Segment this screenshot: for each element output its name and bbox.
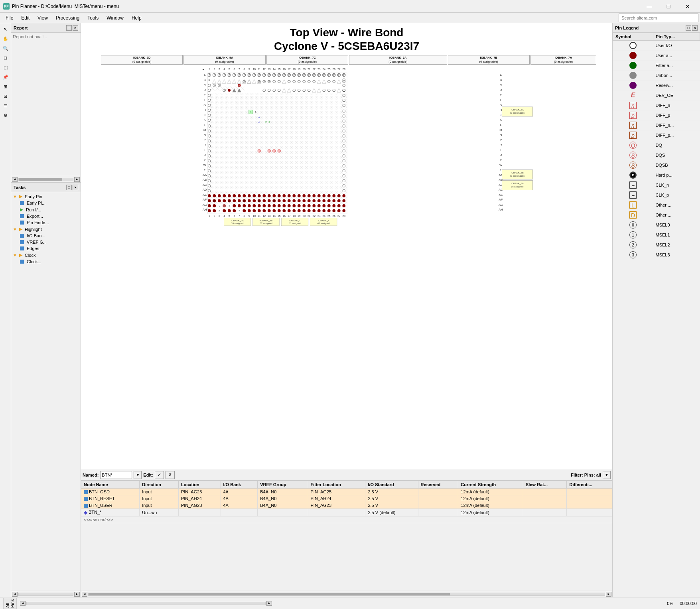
tree-item-early-pi[interactable]: Early Pi... bbox=[12, 200, 80, 206]
table-row[interactable]: BTN_USER Input PIN_AG23 4A B4A_N0 PIN_AG… bbox=[81, 502, 612, 509]
menu-file[interactable]: File bbox=[2, 14, 17, 22]
tree-item-io-ban[interactable]: I/O Ban... bbox=[12, 233, 80, 239]
col-differential[interactable]: Differenti... bbox=[567, 481, 612, 489]
table-row[interactable]: BTN_RESET Input PIN_AH24 4A B4A_N0 PIN_A… bbox=[81, 495, 612, 502]
maximize-button[interactable]: □ bbox=[659, 0, 678, 13]
status-scroll-left[interactable]: ◄ bbox=[20, 601, 26, 606]
cell-diff bbox=[567, 495, 612, 502]
table-row[interactable]: ◆BTN_* Un...wn 2.5 V (default) 12mA (def… bbox=[81, 509, 612, 516]
cell-new-node[interactable]: <<new node>> bbox=[81, 516, 612, 523]
table-scroll-track[interactable] bbox=[88, 593, 605, 596]
report-close-btn[interactable]: × bbox=[73, 25, 78, 31]
col-location[interactable]: Location bbox=[178, 481, 221, 489]
report-scrollbar[interactable]: ◄ ► bbox=[11, 176, 81, 182]
tree-item-highlight-group[interactable]: ▼ ▶ Highlight bbox=[12, 226, 80, 233]
tasks-float-btn[interactable]: □ bbox=[66, 185, 72, 190]
search-input[interactable] bbox=[619, 14, 698, 22]
col-io-bank[interactable]: I/O Bank bbox=[221, 481, 258, 489]
zoom-out-tool[interactable]: ⊟ bbox=[1, 53, 10, 62]
minimize-button[interactable]: — bbox=[640, 0, 659, 13]
top-view: Top View - Wire Bond Cyclone V - 5CSEBA6… bbox=[81, 23, 612, 469]
menu-help[interactable]: Help bbox=[128, 14, 146, 22]
tasks-scroll-track[interactable] bbox=[18, 593, 73, 596]
early-pin-group-expand[interactable]: ▼ bbox=[13, 194, 17, 199]
svg-point-388 bbox=[248, 209, 251, 212]
table-scroll-left[interactable]: ◄ bbox=[82, 592, 87, 597]
menu-processing[interactable]: Processing bbox=[52, 14, 83, 22]
named-input[interactable] bbox=[100, 471, 132, 479]
clock-p-group-expand[interactable]: ▼ bbox=[13, 253, 17, 258]
list-tool[interactable]: ☰ bbox=[1, 101, 10, 110]
col-direction[interactable]: Direction bbox=[140, 481, 179, 489]
status-scrollbar[interactable]: ◄ ► bbox=[18, 600, 274, 607]
highlight-group-expand[interactable]: ▼ bbox=[13, 227, 17, 232]
svg-text:32 assigned: 32 assigned bbox=[260, 222, 272, 225]
tasks-scroll-right[interactable]: ► bbox=[74, 592, 80, 597]
col-slew-rate[interactable]: Slew Rat... bbox=[523, 481, 567, 489]
cell-io-bank: 4A bbox=[221, 489, 258, 495]
tree-item-clock[interactable]: Clock... bbox=[12, 258, 80, 265]
status-scroll-right[interactable]: ► bbox=[266, 601, 272, 606]
table-scroll-right[interactable]: ► bbox=[606, 592, 611, 597]
table-scroll-thumb[interactable] bbox=[89, 593, 450, 595]
menu-edit[interactable]: Edit bbox=[17, 14, 34, 22]
tree-item-pin-finder[interactable]: Pin Finde... bbox=[12, 219, 80, 226]
close-button[interactable]: ✕ bbox=[678, 0, 697, 13]
legend-float-btn[interactable]: □ bbox=[686, 25, 691, 31]
pin-tool[interactable]: 📌 bbox=[1, 73, 10, 81]
select-tool[interactable]: ↖ bbox=[1, 25, 10, 34]
edit-confirm-btn[interactable]: ✓ bbox=[155, 471, 164, 479]
col-node-name[interactable]: Node Name bbox=[81, 481, 140, 489]
named-dropdown-btn[interactable]: ▼ bbox=[134, 471, 142, 479]
svg-point-406 bbox=[337, 209, 341, 212]
tree-item-run-io[interactable]: ▶ Run I/... bbox=[12, 206, 80, 213]
all-pins-tab[interactable]: All Pins bbox=[3, 598, 17, 609]
legend-header-controls[interactable]: □ × bbox=[686, 25, 698, 31]
tree-item-clock-p-group[interactable]: ▼ ▶ Clock bbox=[12, 252, 80, 258]
report-float-btn[interactable]: □ bbox=[66, 25, 72, 31]
menu-window[interactable]: Window bbox=[103, 14, 128, 22]
hand-tool[interactable]: ✋ bbox=[1, 34, 10, 43]
scroll-left-btn[interactable]: ◄ bbox=[12, 177, 18, 182]
filter-dropdown-btn[interactable]: ▼ bbox=[603, 471, 611, 479]
report-header-controls[interactable]: □ × bbox=[66, 25, 78, 31]
col-reserved[interactable]: Reserved bbox=[418, 481, 458, 489]
svg-text:H: H bbox=[203, 108, 206, 112]
tasks-close-btn[interactable]: × bbox=[73, 185, 78, 190]
tasks-scroll-left[interactable]: ◄ bbox=[12, 592, 18, 597]
tasks-header-controls[interactable]: □ × bbox=[66, 185, 78, 190]
col-current-strength[interactable]: Current Strength bbox=[458, 481, 523, 489]
io-tool[interactable]: ⊡ bbox=[1, 92, 10, 101]
tree-item-vref-g[interactable]: VREF G... bbox=[12, 239, 80, 245]
table-hscrollbar[interactable]: ◄ ► bbox=[81, 591, 612, 597]
tree-item-early-pin-group[interactable]: ▼ ▶ Early Pin bbox=[12, 193, 80, 200]
col-vref-group[interactable]: VREF Group bbox=[258, 481, 308, 489]
cell-node-name: BTN_USER bbox=[89, 503, 112, 508]
tree-item-edges[interactable]: Edges bbox=[12, 245, 80, 252]
menu-tools[interactable]: Tools bbox=[83, 14, 103, 22]
menu-view[interactable]: View bbox=[34, 14, 52, 22]
legend-close-btn[interactable]: × bbox=[692, 25, 698, 31]
title-bar: PP Pin Planner - D:/Code/Menu_MiSTer/men… bbox=[0, 0, 700, 13]
svg-text:P: P bbox=[304, 74, 305, 76]
pin-grid-svg[interactable]: ● 1234 5678 9101112 13141516 17181920 21… bbox=[81, 65, 612, 265]
svg-text:W: W bbox=[203, 163, 207, 166]
scroll-track[interactable] bbox=[18, 178, 73, 181]
tree-item-export[interactable]: Export... bbox=[12, 213, 80, 219]
scroll-thumb[interactable] bbox=[19, 178, 62, 181]
col-fitter-location[interactable]: Fitter Location bbox=[308, 481, 365, 489]
svg-text:1: 1 bbox=[209, 67, 210, 70]
tasks-scrollbar[interactable]: ◄ ► bbox=[11, 591, 81, 597]
grid-tool[interactable]: ⊞ bbox=[1, 82, 10, 91]
lasso-tool[interactable]: ⬚ bbox=[1, 63, 10, 72]
zoom-in-tool[interactable]: 🔍 bbox=[1, 44, 10, 53]
window-controls[interactable]: — □ ✕ bbox=[640, 0, 697, 13]
scroll-right-btn[interactable]: ► bbox=[74, 177, 80, 182]
edit-cancel-btn[interactable]: ✗ bbox=[166, 471, 175, 479]
col-io-standard[interactable]: I/O Standard bbox=[365, 481, 418, 489]
settings-tool[interactable]: ⚙ bbox=[1, 111, 10, 120]
table-row-new[interactable]: <<new node>> bbox=[81, 516, 612, 523]
status-scroll-track[interactable] bbox=[26, 602, 266, 605]
legend-label-other2: Other ... bbox=[653, 210, 700, 220]
table-row[interactable]: BTN_OSD Input PIN_AG25 4A B4A_N0 PIN_AG2… bbox=[81, 489, 612, 495]
